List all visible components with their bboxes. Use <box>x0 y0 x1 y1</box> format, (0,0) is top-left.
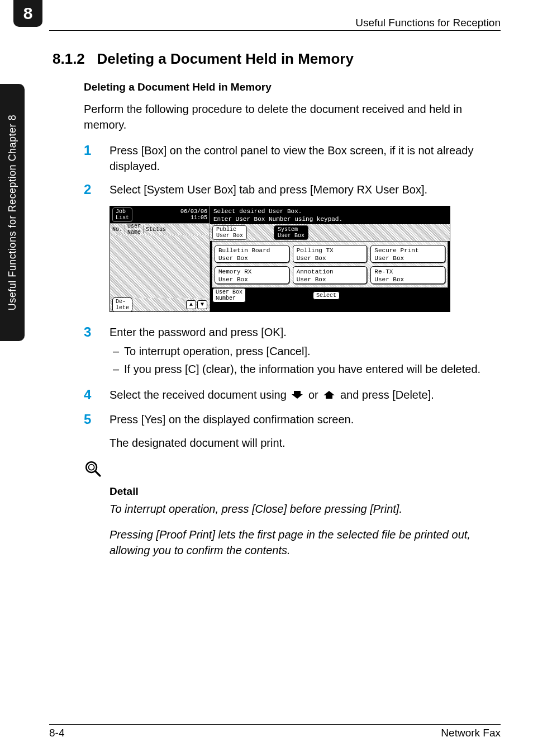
detail-heading: Detail <box>110 485 501 498</box>
step-1-text: Press [Box] on the control panel to view… <box>110 143 501 174</box>
header-title: Useful Functions for Reception <box>355 17 501 29</box>
tab-public-user-box[interactable]: Public User Box <box>212 225 247 240</box>
polling-tx-user-box-button[interactable]: Polling TX User Box <box>293 245 368 263</box>
result-text: The designated document will print. <box>110 435 501 451</box>
col-user: User Name <box>125 223 143 235</box>
footer-title: Network Fax <box>441 727 501 739</box>
step-3-text: Enter the password and press [OK]. <box>110 326 287 338</box>
svg-marker-1 <box>292 394 303 399</box>
footer-rule <box>49 724 501 725</box>
step-3-sub-a: To interrupt operation, press [Cancel]. <box>110 343 501 359</box>
memory-rx-user-box-button[interactable]: Memory RX User Box <box>215 266 289 284</box>
step-4-text: Select the received document using or an… <box>110 387 501 404</box>
secure-print-user-box-button[interactable]: Secure Print User Box <box>370 245 445 263</box>
section-heading: 8.1.2 Deleting a Document Held in Memory <box>53 50 501 68</box>
tab-system-user-box[interactable]: System User Box <box>274 225 308 240</box>
side-tab: Useful Functions for Reception Chapter 8 <box>0 84 25 341</box>
section-number: 8.1.2 <box>53 50 85 67</box>
scroll-up-button[interactable]: ▲ <box>186 300 196 309</box>
screenshot-prompt-2: Enter User Box Number using keypad. <box>213 215 446 223</box>
page-content: 8.1.2 Deleting a Document Held in Memory… <box>49 50 501 568</box>
step-4: 4 Select the received document using or … <box>84 387 501 404</box>
header-rule <box>49 30 501 31</box>
page-number: 8-4 <box>49 727 64 739</box>
intro-text: Perform the following procedure to delet… <box>84 101 501 133</box>
step-2-number: 2 <box>84 182 110 198</box>
step-2-text: Select [System User Box] tab and press [… <box>110 182 501 198</box>
arrow-down-icon <box>289 388 305 404</box>
step-5-number: 5 <box>84 412 110 428</box>
side-tab-label: Useful Functions for Reception Chapter 8 <box>7 115 18 310</box>
screenshot-prompt-1: Select desired User Box. <box>213 207 446 215</box>
step-5-text: Press [Yes] on the displayed confirmatio… <box>110 412 501 428</box>
detail-text-2: Pressing [Proof Print] lets the first pa… <box>110 527 501 558</box>
svg-rect-0 <box>294 391 301 394</box>
svg-line-6 <box>95 471 100 476</box>
svg-rect-3 <box>326 395 332 399</box>
svg-marker-2 <box>323 391 335 395</box>
step-3: 3 Enter the password and press [OK]. To … <box>84 324 501 379</box>
step-3-number: 3 <box>84 324 110 379</box>
step-3-sub-b: If you press [C] (clear), the informatio… <box>110 361 501 377</box>
select-button[interactable]: Select <box>313 291 340 300</box>
section-title-text: Deleting a Document Held in Memory <box>97 50 354 67</box>
screenshot-time: 11:05 <box>180 215 207 221</box>
embedded-screenshot: Job List 06/03/06 11:05 No. User Name St… <box>110 206 501 312</box>
step-1: 1 Press [Box] on the control panel to vi… <box>84 143 501 174</box>
scroll-down-button[interactable]: ▼ <box>197 300 207 309</box>
re-tx-user-box-button[interactable]: Re-TX User Box <box>370 266 445 284</box>
arrow-up-icon <box>321 388 337 404</box>
col-no: No. <box>110 226 125 233</box>
detail-icon <box>84 460 501 481</box>
step-2: 2 Select [System User Box] tab and press… <box>84 182 501 198</box>
job-list-area <box>110 235 210 298</box>
delete-button[interactable]: De- lete <box>112 297 132 312</box>
step-4-number: 4 <box>84 387 110 404</box>
col-status: Status <box>144 226 168 233</box>
screenshot-date: 06/03/06 <box>180 209 207 215</box>
step-5: 5 Press [Yes] on the displayed confirmat… <box>84 412 501 428</box>
bulletin-board-user-box-button[interactable]: Bulletin Board User Box <box>215 245 289 263</box>
step-1-number: 1 <box>84 143 110 174</box>
job-list-tab[interactable]: Job List <box>112 207 132 222</box>
user-box-number-button[interactable]: User Box Number <box>212 288 246 303</box>
svg-point-5 <box>89 465 94 470</box>
annotation-user-box-button[interactable]: Annotation User Box <box>293 266 368 284</box>
subheading: Deleting a Document Held in Memory <box>84 81 501 93</box>
chapter-tab: 8 <box>13 0 42 27</box>
detail-text-1: To interrupt operation, press [Close] be… <box>110 501 501 517</box>
